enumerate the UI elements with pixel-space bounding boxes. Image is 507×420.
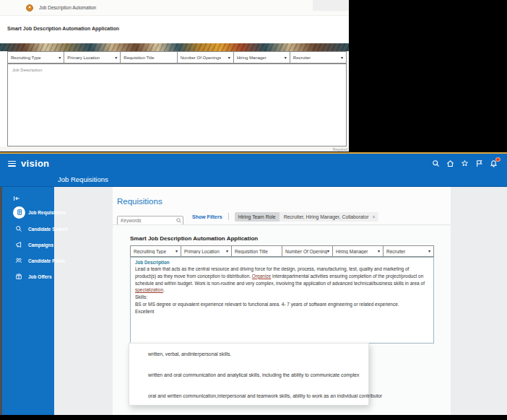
chevron-down-icon <box>327 249 329 253</box>
misspelled-word: specialization <box>135 287 163 292</box>
field-label: Primary Location <box>184 249 220 254</box>
required-note: Required <box>333 147 347 152</box>
sidebar-item-candidate-pools[interactable]: Candidate Pools <box>2 253 54 268</box>
search-icon[interactable] <box>431 159 441 168</box>
chevron-down-icon <box>115 56 117 60</box>
sidebar-item-campaigns[interactable]: Campaigns <box>2 237 54 253</box>
suggestion-item[interactable]: written and oral communication and analy… <box>129 364 368 385</box>
keywords-search-input[interactable] <box>117 216 183 225</box>
bell-icon[interactable] <box>489 159 498 168</box>
popup-dropdown-field[interactable]: Requisition Title <box>121 51 177 64</box>
composite-screenshot: Job Description Automation Smart Job Des… <box>0 0 507 420</box>
autocomplete-suggestions-dropdown: written, verbal, andinterpersonal skills… <box>129 343 369 406</box>
requisitions-panel: Requisitions Show Filters Hiring Team <box>113 187 451 415</box>
job-description-textarea[interactable]: Job Description Lead a team that acts as… <box>130 257 434 344</box>
search-icon[interactable] <box>176 214 182 220</box>
smart-section-heading: Smart Job Description Automation Applica… <box>130 235 258 242</box>
smart-dropdown-field[interactable]: Recruiter <box>384 245 434 257</box>
sidebar-item-candidate-search[interactable]: Candidate Search <box>2 221 54 237</box>
candidate-search-icon <box>12 222 25 235</box>
field-label: Number Of Openings <box>285 249 327 254</box>
hiring-team-role-filter-chip: Hiring Team Role Recruiter, Hiring Manag… <box>235 212 378 222</box>
filter-row: Show Filters Hiring Team Role Recruiter,… <box>117 211 446 222</box>
decorative-banner-image <box>0 43 349 51</box>
page-body: Job Requisitions Candidate Search <box>0 187 507 415</box>
divider <box>228 213 229 220</box>
field-label: Recruiter <box>293 56 311 60</box>
popup-field-row: Recruiting Type Primary Location Requisi… <box>7 51 347 64</box>
chevron-down-icon <box>285 56 287 60</box>
window-controls-area[interactable] <box>313 0 349 11</box>
campaigns-icon <box>12 238 25 251</box>
app-icon <box>26 4 33 12</box>
collapse-sidebar-icon[interactable] <box>12 193 21 201</box>
show-filters-link[interactable]: Show Filters <box>192 214 222 219</box>
brand-logo[interactable]: vision <box>21 158 49 169</box>
star-icon[interactable] <box>460 159 469 168</box>
popup-dropdown-field[interactable]: Recruiter <box>290 51 347 64</box>
suggestion-item[interactable]: written, verbal, andinterpersonal skills… <box>129 344 368 364</box>
smart-job-description-section: Smart Job Description Automation Applica… <box>113 225 451 415</box>
chevron-down-icon <box>176 249 178 253</box>
global-header: vision <box>0 154 507 173</box>
chevron-down-icon <box>228 56 230 60</box>
chevron-down-icon <box>428 249 430 253</box>
notification-badge <box>495 157 500 162</box>
popup-titlebar: Job Description Automation <box>0 0 349 16</box>
smart-dropdown-field[interactable]: Recruiting Type <box>130 245 181 257</box>
requisitions-icon <box>13 206 25 219</box>
popup-dropdown-field[interactable]: Recruiting Type <box>7 51 64 64</box>
field-label: Hiring Manager <box>336 249 368 254</box>
smart-dropdown-field[interactable]: Hiring Manager <box>333 245 384 257</box>
remove-filter-icon[interactable]: × <box>373 214 376 219</box>
chevron-down-icon <box>378 249 380 253</box>
job-description-text: Lead a team that acts as the central res… <box>135 266 429 315</box>
smart-dropdown-field[interactable]: Requisition Title <box>232 245 282 257</box>
popup-window-title: Job Description Automation <box>39 5 96 10</box>
job-description-placeholder: Job Description <box>8 64 346 72</box>
page-title: Job Requisitions <box>58 175 108 183</box>
field-label: Recruiting Type <box>11 56 41 60</box>
popup-dropdown-field[interactable]: Primary Location <box>64 51 121 64</box>
job-description-automation-window: Job Description Automation Smart Job Des… <box>0 0 349 152</box>
smart-dropdown-field[interactable]: Primary Location <box>181 245 232 257</box>
job-description-label: Job Description <box>135 260 429 265</box>
popup-footer-strip <box>0 146 349 152</box>
field-label: Recruiting Type <box>134 249 166 254</box>
suggestion-item[interactable]: oral and written communication,interpers… <box>129 385 368 406</box>
smart-dropdown-field[interactable]: Number Of Openings <box>282 245 333 257</box>
field-label: Number Of Openings <box>181 56 222 60</box>
sidebar-item-job-requisitions[interactable]: Job Requisitions <box>2 204 54 220</box>
chevron-down-icon <box>58 56 61 60</box>
misspelled-word: Organize <box>252 274 271 279</box>
chip-value: Recruiter, Hiring Manager, Collaborator … <box>280 212 378 222</box>
popup-job-description-textarea[interactable]: Job Description <box>7 64 347 146</box>
requisitions-heading: Requisitions <box>117 197 162 206</box>
field-label: Requisition Title <box>124 56 154 60</box>
chevron-down-icon <box>226 249 228 253</box>
field-label: Recruiter <box>386 249 405 254</box>
chip-label: Hiring Team Role <box>235 212 280 222</box>
smart-field-row: Recruiting Type Primary Location Requisi… <box>130 245 434 257</box>
field-label: Requisition Title <box>235 249 268 254</box>
flag-icon[interactable] <box>474 159 484 168</box>
page-header: Job Requisitions <box>0 173 507 187</box>
job-offers-icon <box>12 270 25 283</box>
field-label: Hiring Manager <box>237 56 266 60</box>
field-label: Primary Location <box>67 56 100 60</box>
navigation-sidebar: Job Requisitions Candidate Search <box>2 187 54 415</box>
popup-dropdown-field[interactable]: Number Of Openings <box>178 51 234 64</box>
vision-application-window: vision <box>0 152 507 415</box>
candidate-pools-icon <box>12 254 25 267</box>
popup-dropdown-field[interactable]: Hiring Manager <box>234 51 290 64</box>
popup-app-heading: Smart Job Description Automation Applica… <box>7 26 119 31</box>
header-icon-group <box>431 154 498 173</box>
hamburger-menu-icon[interactable] <box>8 161 16 167</box>
home-icon[interactable] <box>446 159 455 168</box>
sidebar-item-job-offers[interactable]: Job Offers <box>2 268 54 284</box>
chevron-down-icon <box>341 56 343 60</box>
